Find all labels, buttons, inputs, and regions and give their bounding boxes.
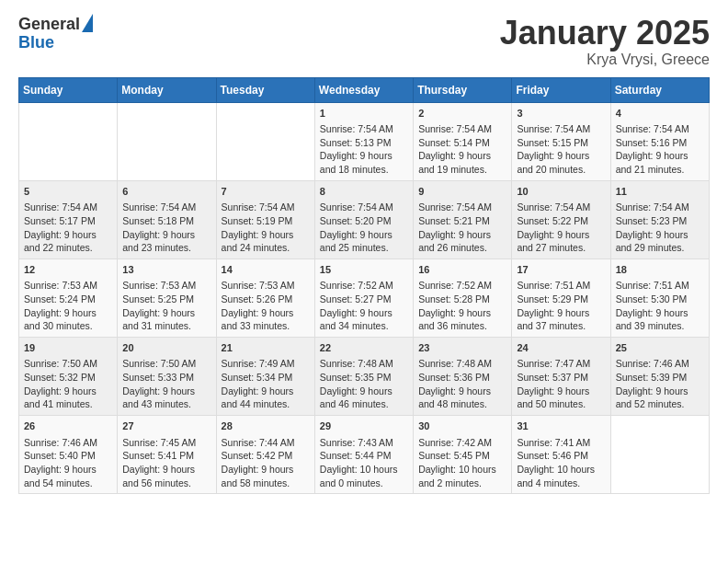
day-content-line: Sunrise: 7:44 AM: [222, 436, 310, 450]
day-number: 21: [222, 341, 310, 355]
day-content-line: and 2 minutes.: [418, 477, 506, 490]
header: General Blue January 2025 Krya Vrysi, Gr…: [18, 15, 710, 68]
page: General Blue January 2025 Krya Vrysi, Gr…: [0, 0, 728, 509]
day-number: 29: [320, 419, 408, 433]
day-number: 28: [222, 419, 310, 433]
calendar-day-cell: 27Sunrise: 7:45 AMSunset: 5:41 PMDayligh…: [118, 416, 216, 494]
day-content-line: Sunrise: 7:54 AM: [418, 201, 506, 214]
day-number: 2: [418, 107, 506, 121]
calendar-day-cell: 22Sunrise: 7:48 AMSunset: 5:35 PMDayligh…: [314, 338, 413, 416]
day-content-line: Sunset: 5:32 PM: [24, 371, 112, 385]
day-number: 17: [517, 263, 605, 277]
calendar-week-row: 12Sunrise: 7:53 AMSunset: 5:24 PMDayligh…: [19, 259, 710, 337]
day-number: 12: [24, 263, 112, 277]
day-number: 30: [418, 419, 506, 433]
day-content-line: Sunrise: 7:54 AM: [320, 201, 408, 214]
day-content-line: Sunset: 5:13 PM: [320, 136, 408, 150]
day-content-line: Daylight: 9 hours: [222, 306, 310, 320]
day-content-line: Sunrise: 7:45 AM: [122, 436, 210, 450]
calendar-day-cell: 3Sunrise: 7:54 AMSunset: 5:15 PMDaylight…: [512, 102, 610, 180]
day-content-line: Sunset: 5:39 PM: [616, 371, 704, 385]
day-content-line: Sunset: 5:34 PM: [222, 371, 310, 385]
day-content-line: Sunrise: 7:46 AM: [24, 436, 112, 450]
calendar-header-saturday: Saturday: [610, 77, 709, 102]
day-number: 18: [616, 263, 704, 277]
day-number: 7: [222, 185, 310, 199]
day-content-line: Sunset: 5:21 PM: [418, 214, 506, 228]
calendar-day-cell: 6Sunrise: 7:54 AMSunset: 5:18 PMDaylight…: [118, 180, 216, 259]
calendar-header-row: SundayMondayTuesdayWednesdayThursdayFrid…: [19, 77, 710, 102]
logo-general-text: General: [18, 15, 80, 35]
day-content-line: and 4 minutes.: [517, 477, 605, 490]
calendar-day-cell: 10Sunrise: 7:54 AMSunset: 5:22 PMDayligh…: [512, 180, 610, 259]
day-number: 26: [24, 419, 112, 433]
day-content-line: Daylight: 9 hours: [24, 306, 112, 320]
day-content-line: and 50 minutes.: [517, 397, 605, 411]
day-content-line: Sunrise: 7:50 AM: [24, 357, 112, 371]
day-content-line: and 54 minutes.: [24, 477, 112, 490]
calendar-day-cell: 16Sunrise: 7:52 AMSunset: 5:28 PMDayligh…: [414, 259, 512, 337]
day-content-line: Daylight: 9 hours: [222, 463, 310, 477]
day-content-line: Sunset: 5:46 PM: [517, 449, 605, 463]
calendar-title: January 2025: [500, 15, 710, 52]
day-content-line: and 37 minutes.: [517, 319, 605, 333]
calendar-header-tuesday: Tuesday: [216, 77, 314, 102]
day-content-line: Sunset: 5:24 PM: [24, 293, 112, 306]
day-content-line: Sunrise: 7:47 AM: [517, 357, 605, 371]
day-content-line: and 34 minutes.: [320, 319, 408, 333]
day-content-line: Sunset: 5:27 PM: [320, 293, 408, 306]
calendar-day-cell: [19, 102, 118, 180]
day-content-line: Daylight: 9 hours: [122, 306, 210, 320]
day-content-line: Daylight: 9 hours: [616, 306, 704, 320]
day-content-line: and 58 minutes.: [222, 477, 310, 490]
day-content-line: Sunset: 5:42 PM: [222, 449, 310, 463]
day-content-line: Sunrise: 7:54 AM: [222, 201, 310, 214]
calendar-header-sunday: Sunday: [19, 77, 118, 102]
day-content-line: Sunrise: 7:48 AM: [418, 357, 506, 371]
day-content-line: Daylight: 9 hours: [418, 306, 506, 320]
day-content-line: Sunrise: 7:54 AM: [418, 122, 506, 136]
day-number: 19: [24, 341, 112, 355]
day-content-line: and 44 minutes.: [222, 397, 310, 411]
day-content-line: and 23 minutes.: [122, 241, 210, 255]
calendar-day-cell: 14Sunrise: 7:53 AMSunset: 5:26 PMDayligh…: [216, 259, 314, 337]
day-content-line: Sunset: 5:30 PM: [616, 293, 704, 306]
day-number: 14: [222, 263, 310, 277]
day-content-line: Sunrise: 7:54 AM: [122, 201, 210, 214]
day-content-line: Daylight: 9 hours: [320, 385, 408, 398]
calendar-day-cell: 12Sunrise: 7:53 AMSunset: 5:24 PMDayligh…: [19, 259, 118, 337]
day-number: 25: [616, 341, 704, 355]
calendar-week-row: 5Sunrise: 7:54 AMSunset: 5:17 PMDaylight…: [19, 180, 710, 259]
day-content-line: Sunset: 5:45 PM: [418, 449, 506, 463]
calendar-day-cell: 2Sunrise: 7:54 AMSunset: 5:14 PMDaylight…: [414, 102, 512, 180]
calendar-week-row: 19Sunrise: 7:50 AMSunset: 5:32 PMDayligh…: [19, 338, 710, 416]
logo-triangle-icon: [82, 14, 93, 32]
day-content-line: Sunrise: 7:43 AM: [320, 436, 408, 450]
day-content-line: Daylight: 9 hours: [517, 385, 605, 398]
day-content-line: Daylight: 9 hours: [24, 385, 112, 398]
day-content-line: Sunrise: 7:54 AM: [24, 201, 112, 214]
day-content-line: Sunset: 5:16 PM: [616, 136, 704, 150]
day-content-line: and 30 minutes.: [24, 319, 112, 333]
day-content-line: and 29 minutes.: [616, 241, 704, 255]
calendar-day-cell: 5Sunrise: 7:54 AMSunset: 5:17 PMDaylight…: [19, 180, 118, 259]
day-content-line: Sunrise: 7:42 AM: [418, 436, 506, 450]
day-number: 9: [418, 185, 506, 199]
day-content-line: Daylight: 9 hours: [24, 228, 112, 242]
day-content-line: Sunset: 5:41 PM: [122, 449, 210, 463]
calendar-day-cell: 19Sunrise: 7:50 AMSunset: 5:32 PMDayligh…: [19, 338, 118, 416]
day-content-line: Sunset: 5:14 PM: [418, 136, 506, 150]
day-content-line: and 0 minutes.: [320, 477, 408, 490]
day-content-line: and 18 minutes.: [320, 163, 408, 177]
calendar-day-cell: 18Sunrise: 7:51 AMSunset: 5:30 PMDayligh…: [610, 259, 709, 337]
calendar-header-thursday: Thursday: [414, 77, 512, 102]
calendar-day-cell: 11Sunrise: 7:54 AMSunset: 5:23 PMDayligh…: [610, 180, 709, 259]
day-number: 15: [320, 263, 408, 277]
day-content-line: Daylight: 10 hours: [320, 463, 408, 477]
day-content-line: Sunrise: 7:53 AM: [24, 279, 112, 293]
calendar-day-cell: [216, 102, 314, 180]
day-content-line: Sunset: 5:36 PM: [418, 371, 506, 385]
day-content-line: and 31 minutes.: [122, 319, 210, 333]
day-content-line: Sunrise: 7:52 AM: [320, 279, 408, 293]
calendar-day-cell: 4Sunrise: 7:54 AMSunset: 5:16 PMDaylight…: [610, 102, 709, 180]
